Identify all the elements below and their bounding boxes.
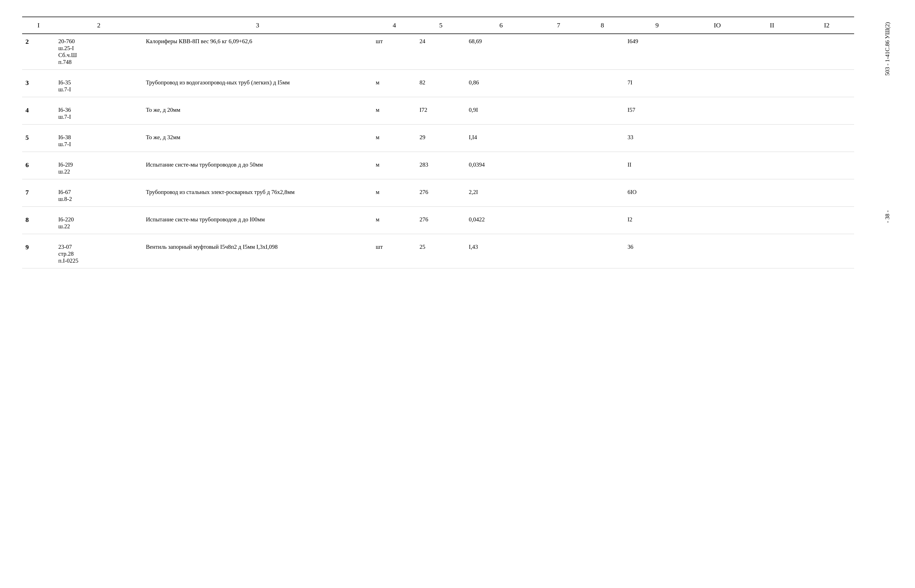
row-unit: м (373, 75, 416, 97)
row-description: Вентиль запорный муфтовый I5ч8п2 д I5мм … (142, 240, 373, 268)
spacer-row (22, 152, 854, 158)
row-cost: II (624, 157, 690, 179)
table-row: 3I6-35 ш.7-IТрубопровод из водогазопрово… (22, 75, 854, 97)
row-col11 (745, 212, 799, 234)
row-unit: м (373, 212, 416, 234)
spacer-row (22, 97, 854, 103)
row-code: I6-38 ш.7-I (55, 130, 143, 152)
main-table: I 2 3 4 5 6 7 8 9 IO II I2 220-760 ш.25-… (22, 16, 854, 274)
row-cost: 6IO (624, 185, 690, 207)
header-col4: 4 (373, 17, 416, 34)
row-description: То же, д 20мм (142, 103, 373, 124)
table-row: 6I6-2I9 ш.22Испытание систе-мы трубопров… (22, 157, 854, 179)
header-col5: 5 (416, 17, 465, 34)
row-price: 0,0422 (465, 212, 536, 234)
right-label-top: 503 - 1-41С.86 УШ(2) (883, 22, 891, 76)
row-code: I6-35 ш.7-I (55, 75, 143, 97)
row-col7 (537, 240, 581, 268)
row-price: I,43 (465, 240, 536, 268)
row-num: 5 (22, 130, 55, 152)
row-col12 (799, 212, 854, 234)
row-col7 (537, 103, 581, 124)
row-description: Трубопровод из стальных элект-росварных … (142, 185, 373, 207)
row-unit: шт (373, 240, 416, 268)
row-code: I6-2I9 ш.22 (55, 157, 143, 179)
table-row: 7I6-67 ш.8-2Трубопровод из стальных элек… (22, 185, 854, 207)
row-unit: м (373, 185, 416, 207)
row-col11 (745, 75, 799, 97)
row-price: I,I4 (465, 130, 536, 152)
row-num: 7 (22, 185, 55, 207)
row-price: 0,86 (465, 75, 536, 97)
row-col8 (581, 103, 624, 124)
row-col8 (581, 34, 624, 70)
header-col12: I2 (799, 17, 854, 34)
row-unit: шт (373, 34, 416, 70)
row-col11 (745, 130, 799, 152)
row-col7 (537, 185, 581, 207)
table-row: 5I6-38 ш.7-IТо же, д 32ммм29I,I433 (22, 130, 854, 152)
row-num: 4 (22, 103, 55, 124)
row-col12 (799, 34, 854, 70)
row-col11 (745, 240, 799, 268)
table-row: 220-760 ш.25-I Сб.ч.Ш п.748Калориферы КВ… (22, 34, 854, 70)
row-price: 0,0394 (465, 157, 536, 179)
row-col11 (745, 34, 799, 70)
row-price: 68,69 (465, 34, 536, 70)
header-col1: I (22, 17, 55, 34)
spacer-row (22, 234, 854, 240)
spacer-row (22, 268, 854, 274)
right-label-bottom: - 38 - (883, 210, 891, 223)
row-col11 (745, 103, 799, 124)
header-col11: II (745, 17, 799, 34)
row-price: 0,9I (465, 103, 536, 124)
row-cost: 7I (624, 75, 690, 97)
row-qty: 276 (416, 212, 465, 234)
row-num: 8 (22, 212, 55, 234)
table-row: 4I6-36 ш.7-IТо же, д 20мммI720,9II57 (22, 103, 854, 124)
row-qty: 276 (416, 185, 465, 207)
row-price: 2,2I (465, 185, 536, 207)
row-col8 (581, 185, 624, 207)
row-unit: м (373, 103, 416, 124)
row-col8 (581, 75, 624, 97)
row-col10 (690, 34, 745, 70)
row-col11 (745, 157, 799, 179)
row-num: 9 (22, 240, 55, 268)
row-qty: 29 (416, 130, 465, 152)
table-header-row: I 2 3 4 5 6 7 8 9 IO II I2 (22, 17, 854, 34)
row-qty: 82 (416, 75, 465, 97)
row-col10 (690, 130, 745, 152)
header-col7: 7 (537, 17, 581, 34)
row-cost: I57 (624, 103, 690, 124)
table-row: 923-07 стр.28 п.I-0225Вентиль запорный м… (22, 240, 854, 268)
row-unit: м (373, 130, 416, 152)
row-code: 20-760 ш.25-I Сб.ч.Ш п.748 (55, 34, 143, 70)
row-code: 23-07 стр.28 п.I-0225 (55, 240, 143, 268)
spacer-row (22, 179, 854, 185)
row-cost: I649 (624, 34, 690, 70)
row-num: 2 (22, 34, 55, 70)
spacer-row (22, 207, 854, 213)
row-code: I6-36 ш.7-I (55, 103, 143, 124)
header-col8: 8 (581, 17, 624, 34)
row-description: Испытание систе-мы трубопроводов д до 50… (142, 157, 373, 179)
row-cost: 36 (624, 240, 690, 268)
row-col8 (581, 240, 624, 268)
row-description: То же, д 32мм (142, 130, 373, 152)
row-col10 (690, 103, 745, 124)
row-unit: м (373, 157, 416, 179)
row-cost: I2 (624, 212, 690, 234)
row-num: 6 (22, 157, 55, 179)
row-description: Калориферы КВВ-8П вес 96,6 кг 6,09+62,6 (142, 34, 373, 70)
page-wrapper: I 2 3 4 5 6 7 8 9 IO II I2 220-760 ш.25-… (22, 16, 893, 274)
row-qty: 24 (416, 34, 465, 70)
row-col12 (799, 157, 854, 179)
row-col7 (537, 75, 581, 97)
row-description: Трубопровод из водогазопровод-ных труб (… (142, 75, 373, 97)
row-qty: I72 (416, 103, 465, 124)
row-col8 (581, 130, 624, 152)
row-col7 (537, 34, 581, 70)
header-col3: 3 (142, 17, 373, 34)
header-col9: 9 (624, 17, 690, 34)
